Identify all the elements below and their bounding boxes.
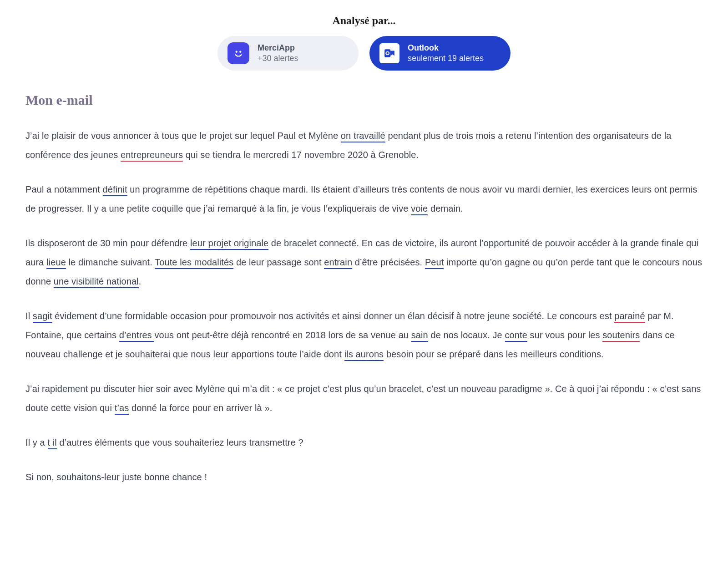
error-highlight[interactable]: conte xyxy=(505,330,527,342)
analyzer-pill-row: MerciApp +30 alertes Outlook seulement 1… xyxy=(25,36,703,71)
error-highlight[interactable]: Peut xyxy=(425,257,444,269)
merciapp-icon xyxy=(228,42,249,64)
text: J’ai le plaisir de vous annoncer à tous … xyxy=(25,131,341,141)
analyzer-name: MerciApp xyxy=(258,43,298,53)
text: donné la force pour en arriver là ». xyxy=(129,403,272,413)
error-highlight[interactable]: ils aurons xyxy=(344,349,384,361)
outlook-icon xyxy=(379,43,399,63)
text: d’autres éléments que vous souhaiteriez … xyxy=(57,437,303,447)
error-highlight[interactable]: parainé xyxy=(614,311,645,323)
mail-paragraph: Si non, souhaitons-leur juste bonne chan… xyxy=(25,467,703,487)
mail-body: J’ai le plaisir de vous annoncer à tous … xyxy=(25,126,703,487)
text: qui se tiendra le mercredi 17 novembre 2… xyxy=(183,150,419,160)
text: de nos locaux. Je xyxy=(428,330,505,340)
mail-title: Mon e-mail xyxy=(25,92,703,108)
error-highlight[interactable]: voie xyxy=(411,203,428,215)
error-highlight[interactable]: entrain xyxy=(324,257,352,269)
error-highlight[interactable]: soutenirs xyxy=(602,330,640,342)
page: Analysé par... MerciApp +30 alertes xyxy=(0,0,728,539)
text: demain. xyxy=(428,203,463,213)
text: de leur passage sont xyxy=(233,257,324,267)
text: d’être précisées. xyxy=(352,257,425,267)
error-highlight[interactable]: t il xyxy=(48,437,57,449)
analyzer-tab-outlook[interactable]: Outlook seulement 19 alertes xyxy=(369,36,511,71)
analysed-by-header: Analysé par... xyxy=(25,15,703,27)
error-highlight[interactable]: Toute les modalités xyxy=(155,257,233,269)
mail-paragraph: Il y a t il d’autres éléments que vous s… xyxy=(25,433,703,452)
mail-paragraph: Paul a notamment définit un programme de… xyxy=(25,180,703,218)
text: le dimanche suivant. xyxy=(66,257,155,267)
svg-point-1 xyxy=(239,51,241,53)
error-highlight[interactable]: d’entres xyxy=(119,330,155,342)
error-highlight[interactable]: une visibilité national xyxy=(54,276,139,288)
error-highlight[interactable]: définit xyxy=(103,184,127,196)
analyzer-name: Outlook xyxy=(408,43,484,53)
text: . xyxy=(139,276,142,286)
text: sur vous pour les xyxy=(527,330,602,340)
analyzer-sub: +30 alertes xyxy=(258,53,298,64)
error-highlight[interactable]: lieue xyxy=(46,257,66,269)
text: Si non, souhaitons-leur juste bonne chan… xyxy=(25,472,207,482)
analyzer-tab-text: Outlook seulement 19 alertes xyxy=(408,43,484,64)
mail-paragraph: J’ai rapidement pu discuter hier soir av… xyxy=(25,379,703,417)
mail-paragraph: J’ai le plaisir de vous annoncer à tous … xyxy=(25,126,703,164)
mail-paragraph: Ils disposeront de 30 min pour défendre … xyxy=(25,234,703,291)
text: évidement d’une formidable occasion pour… xyxy=(52,311,615,321)
text: Il xyxy=(25,311,33,321)
text: besoin pour se préparé dans les meilleur… xyxy=(384,349,603,359)
error-highlight[interactable]: on travaillé xyxy=(341,131,385,142)
text: Paul a notamment xyxy=(25,184,103,194)
text: vous ont peut-être déjà rencontré en 201… xyxy=(154,330,411,340)
error-highlight[interactable]: t’as xyxy=(115,403,129,415)
error-highlight[interactable]: entrepreuneurs xyxy=(121,150,183,162)
mail-paragraph: Il sagit évidement d’une formidable occa… xyxy=(25,306,703,364)
analyzer-tab-text: MerciApp +30 alertes xyxy=(258,43,298,64)
analyzer-sub: seulement 19 alertes xyxy=(408,53,484,64)
analyzer-tab-merciapp[interactable]: MerciApp +30 alertes xyxy=(217,36,359,71)
error-highlight[interactable]: sagit xyxy=(33,311,52,323)
svg-point-4 xyxy=(386,52,389,55)
error-highlight[interactable]: leur projet originale xyxy=(190,238,268,250)
svg-point-0 xyxy=(236,51,238,53)
text: Ils disposeront de 30 min pour défendre xyxy=(25,238,190,248)
error-highlight[interactable]: sain xyxy=(411,330,428,342)
text: Il y a xyxy=(25,437,48,447)
